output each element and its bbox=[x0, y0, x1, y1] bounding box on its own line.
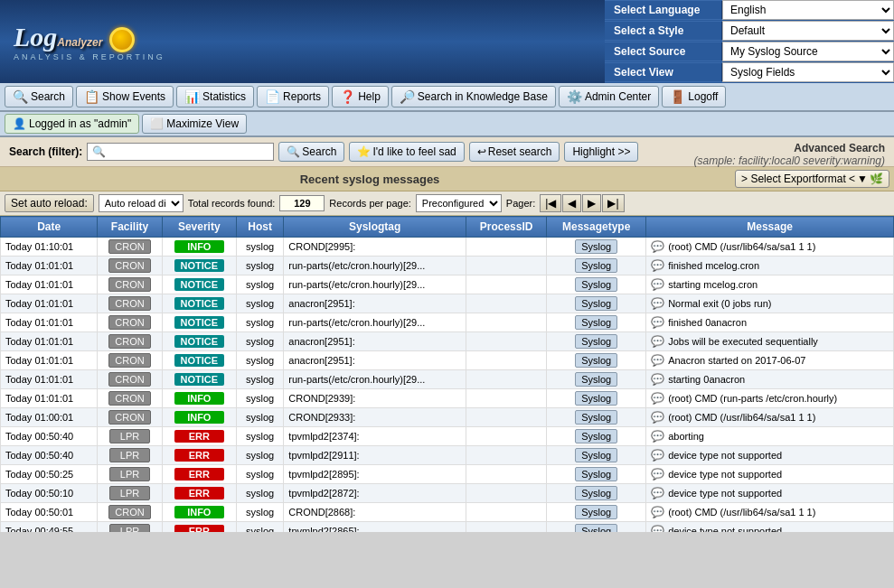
reports-icon: 📄 bbox=[265, 89, 280, 104]
view-select[interactable]: Syslog Fields bbox=[722, 62, 894, 82]
cell-messagetype: Syslog bbox=[547, 465, 646, 484]
cell-facility: LPR bbox=[98, 465, 162, 484]
cell-messagetype: Syslog bbox=[547, 446, 646, 465]
reports-button[interactable]: 📄 Reports bbox=[257, 86, 329, 107]
cell-facility: CRON bbox=[98, 275, 162, 294]
advanced-search-hint: Advanced Search (sample: facility:local0… bbox=[694, 142, 885, 167]
pager-last-button[interactable]: ▶| bbox=[602, 194, 624, 212]
pager-prev-button[interactable]: ◀ bbox=[562, 194, 581, 212]
table-row: Today 01:01:01 CRON NOTICE syslog run-pa… bbox=[1, 275, 894, 294]
cell-severity: INFO bbox=[162, 408, 236, 427]
knowledge-base-button[interactable]: 🔎 Search in Knowledge Base bbox=[391, 86, 556, 107]
reset-icon: ↩ bbox=[477, 145, 486, 158]
cell-message: 💬device type not supported bbox=[646, 446, 894, 465]
cell-host: syslog bbox=[236, 484, 284, 503]
cell-messagetype: Syslog bbox=[547, 503, 646, 522]
cell-date: Today 00:50:01 bbox=[1, 503, 98, 522]
cell-facility: CRON bbox=[98, 408, 162, 427]
cell-date: Today 01:00:01 bbox=[1, 408, 98, 427]
table-row: Today 01:01:01 CRON NOTICE syslog run-pa… bbox=[1, 370, 894, 389]
cell-syslogtag: CROND[2868]: bbox=[284, 503, 466, 522]
message-icon: 💬 bbox=[651, 525, 664, 532]
table-wrapper: Date Facility Severity Host Syslogtag Pr… bbox=[0, 216, 894, 532]
style-select[interactable]: Default bbox=[722, 21, 894, 41]
stats-icon: 📊 bbox=[184, 89, 200, 104]
source-select[interactable]: My Syslog Source bbox=[722, 42, 894, 61]
message-icon: 💬 bbox=[651, 240, 664, 253]
source-label: Select Source bbox=[605, 42, 722, 61]
search-input[interactable] bbox=[106, 145, 268, 158]
cell-messagetype: Syslog bbox=[547, 370, 646, 389]
admin-center-button[interactable]: ⚙️ Admin Center bbox=[559, 86, 659, 107]
cell-date: Today 01:01:01 bbox=[1, 275, 98, 294]
table-body: Today 01:10:01 CRON INFO syslog CROND[29… bbox=[1, 238, 894, 533]
language-label: Select Language bbox=[605, 1, 722, 19]
highlight-button[interactable]: Highlight >> bbox=[564, 142, 638, 162]
cell-message: 💬aborting bbox=[646, 427, 894, 446]
set-auto-reload-button[interactable]: Set auto reload: bbox=[5, 194, 94, 212]
table-row: Today 01:01:01 CRON NOTICE syslog run-pa… bbox=[1, 313, 894, 332]
cell-syslogtag: CROND[2995]: bbox=[284, 238, 466, 257]
logo: LogAnalyzer ANALYSIS & REPORTING bbox=[0, 0, 179, 83]
app-subtitle: ANALYSIS & REPORTING bbox=[14, 52, 165, 61]
cell-facility: CRON bbox=[98, 313, 162, 332]
cell-messagetype: Syslog bbox=[547, 522, 646, 533]
search-icon: 🔍 bbox=[13, 89, 28, 104]
cell-processid bbox=[466, 389, 546, 408]
events-icon: 📋 bbox=[84, 89, 99, 104]
cell-syslogtag: tpvmlpd2[2895]: bbox=[284, 465, 466, 484]
cell-severity: NOTICE bbox=[162, 275, 236, 294]
language-select[interactable]: English bbox=[722, 0, 894, 20]
table-row: Today 00:50:40 LPR ERR syslog tpvmlpd2[2… bbox=[1, 446, 894, 465]
export-button[interactable]: > Select Exportformat < ▼ 🌿 bbox=[735, 170, 889, 188]
cell-processid bbox=[466, 294, 546, 313]
message-icon: 💬 bbox=[651, 506, 664, 518]
col-syslogtag: Syslogtag bbox=[284, 217, 466, 238]
maximize-icon: ⬜ bbox=[150, 117, 164, 130]
pager: |◀ ◀ ▶ ▶| bbox=[540, 194, 624, 212]
table-row: Today 01:01:01 CRON NOTICE syslog anacro… bbox=[1, 332, 894, 351]
feel-sad-button[interactable]: ⭐ I'd like to feel sad bbox=[349, 142, 464, 162]
pager-next-button[interactable]: ▶ bbox=[582, 194, 601, 212]
toolbar: 🔍 Search 📋 Show Events 📊 Statistics 📄 Re… bbox=[0, 83, 894, 112]
reset-search-button[interactable]: ↩ Reset search bbox=[469, 142, 560, 162]
col-severity: Severity bbox=[162, 217, 236, 238]
logoff-button[interactable]: 🚪 Logoff bbox=[662, 86, 726, 107]
help-icon: ❓ bbox=[340, 89, 355, 104]
cell-host: syslog bbox=[236, 408, 284, 427]
cell-processid bbox=[466, 446, 546, 465]
cell-processid bbox=[466, 522, 546, 533]
maximize-view-button[interactable]: ⬜ Maximize View bbox=[142, 114, 247, 134]
table-header-row: Date Facility Severity Host Syslogtag Pr… bbox=[1, 217, 894, 238]
auto-reload-select[interactable]: Auto reload di bbox=[99, 194, 184, 212]
show-events-button[interactable]: 📋 Show Events bbox=[76, 86, 174, 107]
cell-message: 💬device type not supported bbox=[646, 484, 894, 503]
pager-first-button[interactable]: |◀ bbox=[540, 194, 561, 212]
cell-host: syslog bbox=[236, 446, 284, 465]
records-per-page-select[interactable]: Preconfigured bbox=[416, 194, 502, 212]
statistics-button[interactable]: 📊 Statistics bbox=[176, 86, 254, 107]
cell-severity: ERR bbox=[162, 484, 236, 503]
search-button[interactable]: 🔍 Search bbox=[5, 86, 73, 107]
table-scroll[interactable]: Date Facility Severity Host Syslogtag Pr… bbox=[0, 216, 894, 532]
table-row: Today 01:01:01 CRON NOTICE syslog anacro… bbox=[1, 294, 894, 313]
cell-date: Today 01:10:01 bbox=[1, 238, 98, 257]
help-button[interactable]: ❓ Help bbox=[332, 86, 389, 107]
cell-severity: NOTICE bbox=[162, 313, 236, 332]
search-submit-button[interactable]: 🔍 Search bbox=[278, 142, 344, 162]
cell-processid bbox=[466, 370, 546, 389]
cell-processid bbox=[466, 332, 546, 351]
app-title: LogAnalyzer bbox=[14, 22, 165, 52]
cell-messagetype: Syslog bbox=[547, 294, 646, 313]
cell-message: 💬device type not supported bbox=[646, 465, 894, 484]
user-icon: 👤 bbox=[13, 117, 26, 130]
cell-syslogtag: run-parts(/etc/cron.hourly)[29... bbox=[284, 257, 466, 275]
cell-messagetype: Syslog bbox=[547, 313, 646, 332]
search-filter-label: Search (filter): bbox=[9, 145, 82, 158]
cell-date: Today 00:50:25 bbox=[1, 465, 98, 484]
logged-in-status: 👤 Logged in as "admin" bbox=[5, 114, 139, 134]
table-controls: Set auto reload: Auto reload di Total re… bbox=[0, 191, 894, 216]
message-icon: 💬 bbox=[651, 411, 664, 424]
table-row: Today 00:50:10 LPR ERR syslog tpvmlpd2[2… bbox=[1, 484, 894, 503]
cell-syslogtag: anacron[2951]: bbox=[284, 332, 466, 351]
